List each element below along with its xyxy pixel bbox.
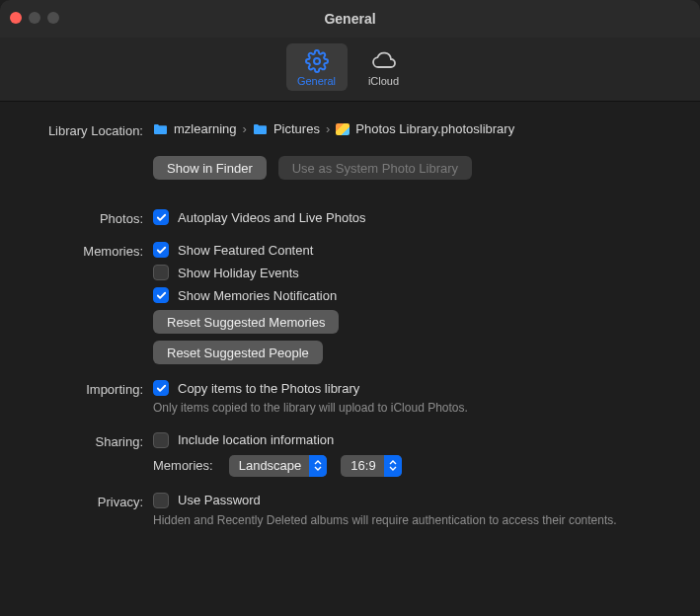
traffic-lights xyxy=(10,12,59,24)
checkbox-include-location[interactable] xyxy=(153,432,169,448)
select-aspect-value: 16:9 xyxy=(350,458,375,473)
show-in-finder-button[interactable]: Show in Finder xyxy=(153,156,267,180)
label-sharing-memories: Memories: xyxy=(153,458,213,473)
tab-general[interactable]: General xyxy=(286,43,348,91)
zoom-icon[interactable] xyxy=(47,12,59,24)
label-importing: Importing: xyxy=(0,380,153,397)
stepper-icon xyxy=(384,455,402,477)
titlebar: General xyxy=(0,0,700,38)
folder-icon xyxy=(253,123,268,135)
use-as-system-photo-library-button: Use as System Photo Library xyxy=(278,156,472,180)
privacy-subtext: Hidden and Recently Deleted albums will … xyxy=(153,513,678,529)
checkbox-copy-items-label: Copy items to the Photos library xyxy=(178,381,359,396)
svg-point-0 xyxy=(314,58,320,64)
minimize-icon[interactable] xyxy=(29,12,40,24)
reset-suggested-memories-button[interactable]: Reset Suggested Memories xyxy=(153,310,339,334)
checkbox-include-location-label: Include location information xyxy=(178,432,334,447)
window-title: General xyxy=(324,11,375,27)
checkbox-show-notification[interactable] xyxy=(153,287,169,303)
checkbox-use-password[interactable] xyxy=(153,493,169,508)
reset-suggested-people-button[interactable]: Reset Suggested People xyxy=(153,341,323,364)
label-photos: Photos: xyxy=(0,209,153,226)
breadcrumb[interactable]: mzlearning › Pictures › Photos Library.p… xyxy=(153,121,678,136)
checkbox-autoplay-label: Autoplay Videos and Live Photos xyxy=(178,210,366,225)
gear-icon xyxy=(305,49,329,73)
breadcrumb-seg-1: Pictures xyxy=(273,121,320,136)
label-library-location: Library Location: xyxy=(0,121,153,138)
tab-icloud-label: iCloud xyxy=(368,75,399,87)
checkbox-show-featured[interactable] xyxy=(153,242,169,258)
select-orientation[interactable]: Landscape xyxy=(229,455,328,477)
checkbox-show-featured-label: Show Featured Content xyxy=(178,243,313,258)
checkbox-show-holiday-label: Show Holiday Events xyxy=(178,266,299,280)
toolbar-tabs: General iCloud xyxy=(0,38,700,102)
select-orientation-value: Landscape xyxy=(239,458,302,473)
checkbox-use-password-label: Use Password xyxy=(178,493,261,507)
checkbox-copy-items[interactable] xyxy=(153,380,169,396)
folder-icon xyxy=(153,123,168,135)
checkbox-autoplay[interactable] xyxy=(153,209,169,225)
chevron-right-icon: › xyxy=(326,121,330,136)
label-privacy: Privacy: xyxy=(0,493,153,509)
content-pane: Library Location: mzlearning › Pictures … xyxy=(0,102,700,528)
label-sharing: Sharing: xyxy=(0,432,153,449)
checkbox-show-holiday[interactable] xyxy=(153,265,169,280)
breadcrumb-seg-0: mzlearning xyxy=(174,121,237,136)
tab-icloud[interactable]: iCloud xyxy=(353,43,415,91)
cloud-icon xyxy=(370,49,398,73)
close-icon[interactable] xyxy=(10,12,22,24)
chevron-right-icon: › xyxy=(243,121,247,136)
checkbox-show-notification-label: Show Memories Notification xyxy=(178,288,337,303)
select-aspect[interactable]: 16:9 xyxy=(341,455,401,477)
stepper-icon xyxy=(309,455,327,477)
photos-library-icon xyxy=(336,123,350,135)
label-memories: Memories: xyxy=(0,242,153,259)
tab-general-label: General xyxy=(297,75,336,87)
breadcrumb-seg-2: Photos Library.photoslibrary xyxy=(355,121,514,136)
importing-subtext: Only items copied to the library will up… xyxy=(153,401,678,417)
